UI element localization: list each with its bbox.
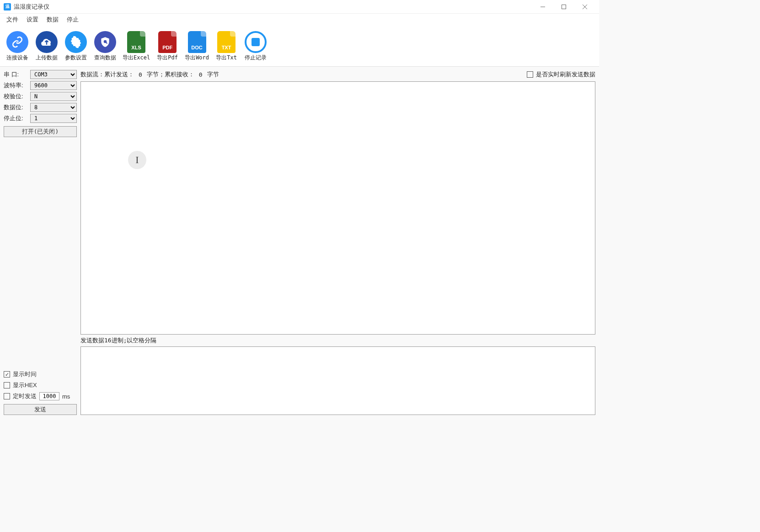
param-settings-label: 参数设置 (65, 54, 87, 62)
show-hex-checkbox[interactable] (4, 382, 10, 388)
stop-icon (245, 31, 267, 53)
stop-record-label: 停止记录 (245, 54, 267, 62)
interval-unit: ms (62, 393, 70, 400)
sidebar: 串 口: COM3 波特率: 9600 校验位: N 数据位: 8 停止位: 1… (4, 69, 77, 415)
export-pdf-button[interactable]: PDF 导出Pdf (154, 30, 181, 63)
timed-send-label: 定时发送 (13, 392, 37, 400)
maximize-button[interactable] (553, 0, 574, 14)
export-pdf-label: 导出Pdf (157, 54, 178, 62)
gear-icon (65, 31, 87, 53)
recv-unit: 字节 (207, 70, 219, 79)
param-settings-button[interactable]: 参数设置 (62, 30, 90, 63)
open-port-button[interactable]: 打开(已关闭) (4, 126, 77, 137)
shield-search-icon (94, 31, 116, 53)
export-word-label: 导出Word (185, 54, 209, 62)
doc-file-icon: DOC (188, 31, 206, 53)
svg-rect-1 (562, 5, 566, 9)
stop-record-button[interactable]: 停止记录 (242, 30, 269, 63)
databit-label: 数据位: (4, 103, 27, 112)
show-time-checkbox[interactable]: ✓ (4, 371, 10, 378)
menu-data[interactable]: 数据 (43, 14, 62, 25)
menu-file[interactable]: 文件 (3, 14, 22, 25)
port-select[interactable]: COM3 (30, 70, 77, 79)
stopbit-select[interactable]: 1 (30, 114, 77, 123)
window-titlebar: 温 温湿度记录仪 (0, 0, 599, 14)
check-label: 校验位: (4, 92, 27, 101)
menu-stop[interactable]: 停止 (63, 14, 82, 25)
connect-device-button[interactable]: 连接设备 (4, 30, 31, 63)
xls-file-icon: XLS (127, 31, 145, 53)
connect-device-label: 连接设备 (6, 54, 28, 62)
upload-data-label: 上传数据 (36, 54, 58, 62)
realtime-refresh-label: 是否实时刷新发送数据 (536, 70, 595, 79)
export-txt-button[interactable]: TXT 导出Txt (213, 30, 240, 63)
recv-label: 累积接收： (165, 70, 194, 79)
close-button[interactable] (574, 0, 595, 14)
baud-select[interactable]: 9600 (30, 81, 77, 90)
upload-data-button[interactable]: 上传数据 (33, 30, 60, 63)
svg-line-6 (106, 43, 107, 43)
timed-send-checkbox[interactable] (4, 393, 10, 399)
send-button[interactable]: 发送 (4, 404, 77, 415)
pdf-file-icon: PDF (158, 31, 177, 53)
interval-input[interactable] (39, 392, 59, 400)
query-data-label: 查询数据 (94, 54, 116, 62)
minimize-button[interactable] (532, 0, 553, 14)
toolbar: 连接设备 上传数据 参数设置 查询数据 XLS 导出Excel PDF 导出Pd… (0, 26, 599, 67)
export-word-button[interactable]: DOC 导出Word (183, 30, 211, 63)
show-hex-label: 显示HEX (13, 381, 37, 389)
port-label: 串 口: (4, 70, 27, 79)
export-excel-label: 导出Excel (123, 54, 150, 62)
recv-count: 0 (199, 71, 203, 78)
app-icon: 温 (4, 3, 11, 11)
window-title: 温湿度记录仪 (14, 3, 49, 11)
query-data-button[interactable]: 查询数据 (91, 30, 119, 63)
sent-unit: 字节； (147, 70, 165, 79)
send-textarea[interactable] (80, 346, 595, 415)
check-select[interactable]: N (30, 92, 77, 101)
cloud-upload-icon (36, 31, 58, 53)
export-txt-label: 导出Txt (216, 54, 237, 62)
baud-label: 波特率: (4, 81, 27, 90)
menubar: 文件 设置 数据 停止 (0, 14, 599, 26)
export-excel-button[interactable]: XLS 导出Excel (121, 30, 152, 63)
txt-file-icon: TXT (217, 31, 235, 53)
main-panel: 数据流： 累计发送： 0 字节； 累积接收： 0 字节 是否实时刷新发送数据 发… (80, 69, 595, 415)
sent-count: 0 (139, 71, 142, 78)
show-time-label: 显示时间 (13, 370, 37, 378)
data-flow-row: 数据流： 累计发送： 0 字节； 累积接收： 0 字节 是否实时刷新发送数据 (80, 69, 595, 80)
sent-label: 累计发送： (104, 70, 134, 79)
menu-settings[interactable]: 设置 (23, 14, 42, 25)
flow-label: 数据流： (80, 70, 104, 79)
realtime-refresh-checkbox[interactable] (527, 71, 533, 78)
link-icon (6, 31, 28, 53)
databit-select[interactable]: 8 (30, 103, 77, 112)
send-hex-label: 发送数据16进制;以空格分隔 (80, 336, 595, 345)
stopbit-label: 停止位: (4, 114, 27, 122)
receive-textarea[interactable] (80, 81, 595, 335)
